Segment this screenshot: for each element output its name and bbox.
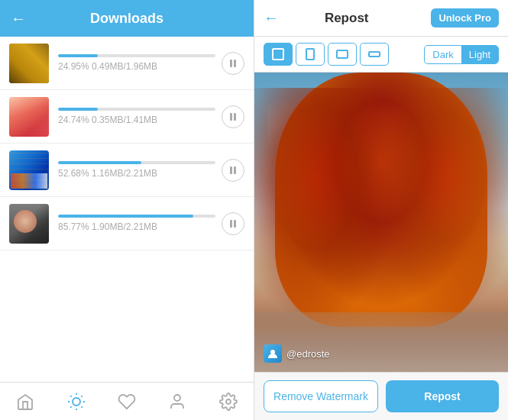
pause-button-3[interactable] (222, 159, 244, 182)
progress-text-1: 24.95% 0.49MB/1.96MB (58, 61, 215, 72)
pause-button-4[interactable] (222, 212, 244, 235)
svg-point-18 (226, 399, 231, 404)
dark-light-toggle: Dark Light (424, 45, 499, 64)
dark-toggle-button[interactable]: Dark (425, 46, 461, 63)
right-title: Repost (262, 11, 431, 26)
nav-activity-icon[interactable] (61, 386, 92, 417)
progress-text-4: 85.77% 1.90MB/2.21MB (58, 221, 215, 232)
svg-line-16 (81, 396, 82, 396)
action-buttons: Remove Watermark Repost (254, 372, 508, 420)
svg-rect-0 (230, 60, 232, 67)
nav-likes-icon[interactable] (112, 386, 142, 417)
pause-button-2[interactable] (222, 105, 244, 128)
download-list: 24.95% 0.49MB/1.96MB 24.74% 0.35MB/1.41M… (0, 37, 254, 382)
progress-bar-fill-1 (58, 54, 98, 57)
download-info-3: 52.68% 1.16MB/2.21MB (58, 161, 215, 179)
progress-text-2: 24.74% 0.35MB/1.41MB (58, 115, 215, 125)
city-layer (254, 312, 508, 372)
download-item: 85.77% 1.90MB/2.21MB (0, 197, 254, 250)
frame-thin-button[interactable] (360, 43, 389, 66)
svg-rect-1 (234, 60, 236, 67)
frame-selector: Dark Light (254, 37, 508, 73)
svg-rect-19 (273, 49, 283, 60)
frame-vertical-button[interactable] (296, 43, 325, 66)
right-header: ← Repost Unlock Pro (254, 0, 508, 37)
svg-rect-21 (337, 50, 348, 58)
light-toggle-button[interactable]: Light (461, 46, 498, 63)
nav-settings-icon[interactable] (213, 386, 244, 417)
left-title: Downloads (90, 11, 163, 27)
download-info-2: 24.74% 0.35MB/1.41MB (58, 108, 215, 125)
progress-bar-fill-4 (58, 215, 193, 218)
frame-full-button[interactable] (264, 43, 293, 66)
svg-line-11 (70, 396, 71, 396)
download-item: 24.74% 0.35MB/1.41MB (0, 90, 254, 144)
thumbnail-1 (9, 44, 49, 83)
svg-rect-22 (369, 52, 380, 57)
thumbnail-2 (9, 97, 49, 137)
thumbnail-3 (9, 150, 49, 190)
progress-bar-bg-2 (58, 108, 215, 111)
nav-profile-icon[interactable] (162, 386, 193, 417)
download-info-1: 24.95% 0.49MB/1.96MB (58, 54, 215, 72)
svg-rect-5 (234, 166, 236, 174)
progress-bar-bg-3 (58, 161, 215, 164)
svg-rect-20 (306, 49, 314, 60)
progress-bar-bg-4 (58, 215, 215, 218)
download-item: 52.68% 1.16MB/2.21MB (0, 144, 254, 197)
nav-home-icon[interactable] (10, 386, 40, 417)
svg-rect-6 (230, 220, 232, 228)
svg-point-8 (73, 398, 80, 405)
repost-image-container: @edroste (254, 73, 508, 372)
thumbnail-4 (9, 204, 49, 244)
svg-rect-4 (230, 166, 232, 174)
watermark-overlay: @edroste (264, 344, 330, 363)
watermark-avatar (264, 344, 282, 363)
right-panel: ← Repost Unlock Pro D (254, 0, 508, 420)
svg-rect-7 (234, 220, 236, 228)
frame-square-button[interactable] (328, 43, 357, 66)
svg-point-17 (174, 395, 180, 401)
progress-text-3: 52.68% 1.16MB/2.21MB (58, 168, 215, 179)
svg-line-15 (70, 406, 71, 407)
hair-right (356, 88, 508, 312)
download-info-4: 85.77% 1.90MB/2.21MB (58, 215, 215, 232)
left-header: ← Downloads (0, 0, 254, 37)
download-item: 24.95% 0.49MB/1.96MB (0, 37, 254, 90)
unlock-pro-button[interactable]: Unlock Pro (431, 8, 499, 27)
watermark-username: @edroste (286, 348, 330, 360)
progress-bar-fill-3 (58, 161, 141, 164)
bottom-nav (0, 382, 254, 420)
left-panel: ← Downloads 24.95% 0.49MB/1.96MB (0, 0, 254, 420)
progress-bar-bg-1 (58, 54, 215, 57)
svg-rect-2 (230, 113, 232, 121)
left-back-icon[interactable]: ← (11, 10, 26, 27)
repost-button[interactable]: Repost (386, 380, 499, 412)
progress-bar-fill-2 (58, 108, 98, 111)
pause-button-1[interactable] (222, 52, 244, 75)
svg-rect-3 (234, 113, 236, 121)
svg-line-12 (81, 406, 82, 407)
remove-watermark-button[interactable]: Remove Watermark (264, 380, 378, 412)
